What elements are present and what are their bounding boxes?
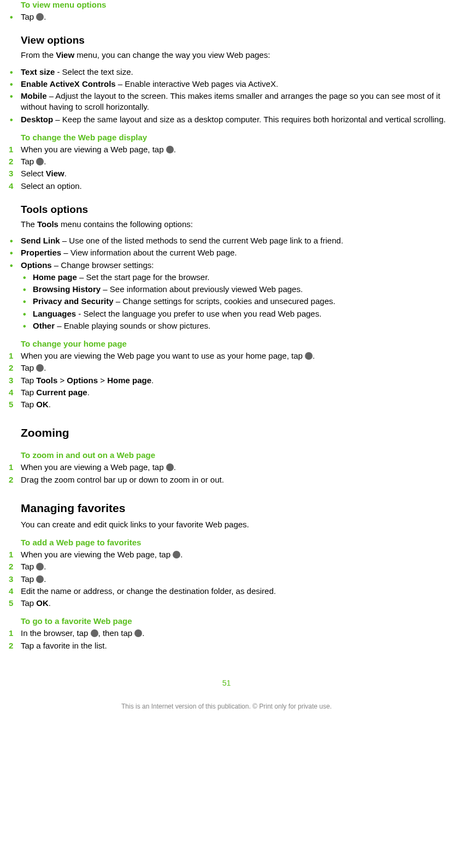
step: Edit the name or address, or change the … bbox=[5, 586, 448, 597]
text: – Enable interactive Web pages via Activ… bbox=[116, 79, 278, 88]
steps-add-favorite: When you are viewing the Web page, tap .… bbox=[5, 549, 448, 609]
list-view-menu-options: Tap . bbox=[5, 11, 448, 22]
paragraph: You can create and edit quick links to y… bbox=[21, 519, 448, 530]
text: – Enable playing sounds or show pictures… bbox=[55, 321, 210, 330]
list-item: Tap . bbox=[5, 11, 448, 22]
heading-zooming: Zooming bbox=[21, 426, 448, 439]
list-item: Browsing History – See information about… bbox=[5, 284, 448, 295]
text: - Select the language you prefer to use … bbox=[76, 309, 321, 318]
text: . bbox=[151, 376, 154, 385]
text: , then tap bbox=[98, 628, 135, 638]
text: . bbox=[49, 400, 51, 409]
text-bold: Options bbox=[21, 260, 52, 270]
text: Tap bbox=[21, 598, 36, 608]
text-bold: Enable ActiveX Controls bbox=[21, 79, 116, 88]
text-bold: Tools bbox=[36, 376, 57, 385]
text: > bbox=[57, 376, 67, 385]
step: When you are viewing a Web page, tap . bbox=[5, 462, 448, 473]
step: Tap Current page. bbox=[5, 387, 448, 398]
list-item: Mobile – Adjust the layout to the screen… bbox=[5, 91, 448, 113]
text: . bbox=[44, 562, 46, 571]
text: From the bbox=[21, 50, 56, 60]
list-item: Home page – Set the start page for the b… bbox=[5, 272, 448, 283]
text: Tap a favorite in the list. bbox=[21, 641, 107, 650]
text: – Set the start page for the browser. bbox=[77, 272, 210, 282]
text: . bbox=[174, 462, 176, 472]
favorites-icon bbox=[134, 629, 142, 637]
menu-icon bbox=[36, 13, 44, 21]
heading-change-display: To change the Web page display bbox=[21, 133, 448, 142]
text: Tap bbox=[21, 363, 36, 372]
menu-icon bbox=[305, 352, 313, 360]
text: Tap bbox=[21, 376, 36, 385]
step: In the browser, tap , then tap . bbox=[5, 628, 448, 639]
text: When you are viewing the Web page, tap bbox=[21, 550, 173, 559]
text: . bbox=[44, 363, 46, 372]
text: When you are viewing a Web page, tap bbox=[21, 462, 166, 472]
step: Tap OK. bbox=[5, 598, 448, 609]
menu-icon bbox=[91, 629, 98, 637]
text: . bbox=[180, 550, 183, 559]
text-bold: OK bbox=[36, 598, 49, 608]
footer-note: This is an Internet version of this publ… bbox=[5, 703, 448, 710]
steps-change-home: When you are viewing the Web page you wa… bbox=[5, 350, 448, 410]
text: > bbox=[98, 376, 107, 385]
text-bold: View bbox=[56, 50, 74, 60]
step: Drag the zoom control bar up or down to … bbox=[5, 474, 448, 485]
step: Tap . bbox=[5, 561, 448, 572]
heading-view-menu-options: To view menu options bbox=[21, 0, 448, 9]
text: Tap bbox=[21, 574, 36, 584]
text: . bbox=[174, 145, 176, 154]
heading-managing-favorites: Managing favorites bbox=[21, 502, 448, 515]
text: - Select the text size. bbox=[55, 67, 133, 76]
text: Tap bbox=[21, 400, 36, 409]
list-item: Languages - Select the language you pref… bbox=[5, 308, 448, 319]
list-item: Privacy and Security – Change settings f… bbox=[5, 296, 448, 307]
text: – Adjust the layout to the screen. This … bbox=[21, 91, 440, 111]
text: Drag the zoom control bar up or down to … bbox=[21, 475, 224, 484]
heading-zoom-web-page: To zoom in and out on a Web page bbox=[21, 450, 448, 460]
text: menu contains the following options: bbox=[58, 219, 193, 229]
step: Tap Tools > Options > Home page. bbox=[5, 375, 448, 386]
paragraph: The Tools menu contains the following op… bbox=[21, 219, 448, 230]
text: Edit the name or address, or change the … bbox=[21, 586, 276, 596]
text: – Change settings for scripts, cookies a… bbox=[114, 296, 336, 306]
step: Select View. bbox=[5, 168, 448, 179]
paragraph: From the View menu, you can change the w… bbox=[21, 50, 448, 61]
step: Tap . bbox=[5, 574, 448, 585]
text-bold: Languages bbox=[33, 309, 76, 318]
list-tools-options: Send Link – Use one of the listed method… bbox=[5, 235, 448, 271]
text: . bbox=[313, 351, 315, 360]
text: . bbox=[142, 628, 144, 638]
text: . bbox=[44, 12, 46, 21]
heading-tools-options: Tools options bbox=[21, 204, 448, 216]
text: Select an option. bbox=[21, 181, 82, 191]
text-bold: Current page bbox=[36, 388, 87, 397]
heading-view-options: View options bbox=[21, 34, 448, 46]
menu-icon bbox=[166, 146, 174, 153]
text: – Keep the same layout and size as a des… bbox=[53, 115, 445, 124]
add-icon bbox=[36, 575, 44, 583]
page-footer: 51 This is an Internet version of this p… bbox=[5, 679, 448, 718]
list-item: Text size - Select the text size. bbox=[5, 67, 448, 78]
text: Tap bbox=[21, 12, 36, 21]
steps-go-favorite: In the browser, tap , then tap . Tap a f… bbox=[5, 628, 448, 651]
text: Tap bbox=[21, 388, 36, 397]
heading-add-favorite: To add a Web page to favorites bbox=[21, 538, 448, 547]
step: When you are viewing the Web page you wa… bbox=[5, 350, 448, 361]
text-bold: Home page bbox=[33, 272, 77, 282]
menu-icon bbox=[166, 463, 174, 471]
heading-go-favorite: To go to a favorite Web page bbox=[21, 616, 448, 626]
step: Select an option. bbox=[5, 181, 448, 192]
menu-icon bbox=[36, 364, 44, 372]
text: . bbox=[49, 598, 51, 608]
text: – Change browser settings: bbox=[52, 260, 154, 270]
step: Tap . bbox=[5, 156, 448, 167]
text: – See information about previously viewe… bbox=[101, 284, 303, 294]
text: . bbox=[64, 169, 67, 178]
menu-icon bbox=[36, 158, 44, 165]
step: Tap . bbox=[5, 362, 448, 373]
step: When you are viewing a Web page, tap . bbox=[5, 144, 448, 155]
heading-change-home: To change your home page bbox=[21, 339, 448, 348]
step: Tap a favorite in the list. bbox=[5, 640, 448, 651]
